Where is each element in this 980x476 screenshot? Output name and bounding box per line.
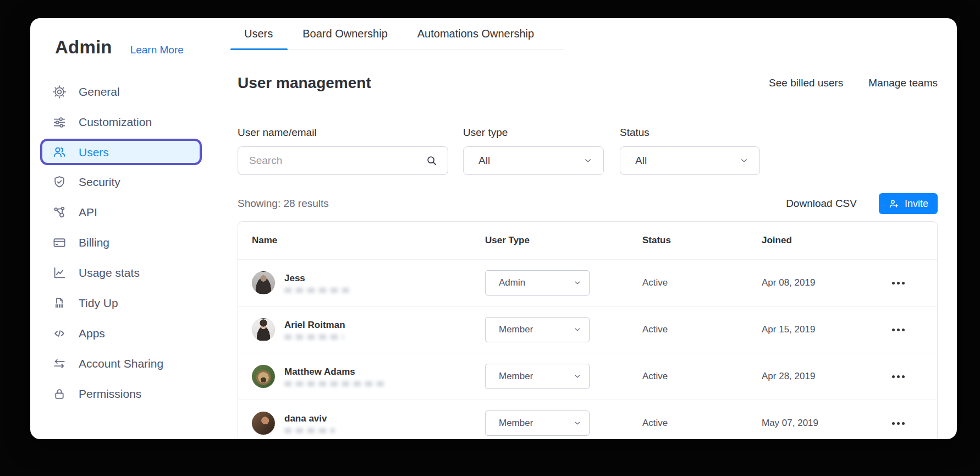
content: User management See billed users Manage … [230,74,938,439]
row-menu-button[interactable] [891,278,906,288]
table-row: dana aviv Member Active [238,400,937,439]
search-input[interactable] [238,155,426,167]
row-menu-button[interactable] [891,372,906,381]
credit-card-icon [52,236,67,250]
sidebar: Admin Learn More General [40,29,222,409]
tab-bar: Users Board Ownership Automations Owners… [230,18,564,50]
sidebar-item-label: Users [79,146,109,158]
filter-status: Status All [620,127,760,175]
status-cell: Active [642,418,762,429]
joined-cell: May 07, 2019 [762,418,937,429]
table-row: Ariel Roitman Member Active [238,306,937,353]
user-type-value: Member [499,371,533,382]
name-cell: Jess [238,271,485,294]
table-row: Matthew Adams Member Active [238,353,937,400]
user-name: Jess [284,273,349,284]
chevron-down-icon [574,326,581,333]
column-header-status: Status [642,235,762,246]
sidebar-item-label: Customization [79,116,152,128]
people-icon [52,145,67,159]
shield-check-icon [52,175,67,189]
joined-date: Apr 15, 2019 [762,324,815,335]
user-type-value: Admin [499,277,525,288]
status-cell: Active [642,277,762,288]
download-csv-link[interactable]: Download CSV [786,198,857,210]
column-header-user-type: User Type [485,235,642,246]
avatar [252,271,275,294]
filters: User name/email User type All [238,127,938,175]
table-header: Name User Type Status Joined [238,222,937,259]
status-value: All [635,155,647,167]
email-redacted [284,288,349,293]
sidebar-menu: General Customization [40,76,222,409]
user-type-value: Member [499,418,533,429]
sidebar-item-apps[interactable]: Apps [40,318,222,348]
page-header: User management See billed users Manage … [238,74,938,92]
joined-cell: Apr 28, 2019 [762,371,937,382]
gear-icon [52,85,67,99]
manage-teams-link[interactable]: Manage teams [868,77,938,89]
joined-cell: Apr 08, 2019 [762,277,937,288]
sidebar-item-general[interactable]: General [40,76,222,107]
table-row: Jess Admin Active A [238,259,937,306]
filter-label: Status [620,127,760,139]
results-count: Showing: 28 results [238,198,329,210]
sidebar-item-usage-stats[interactable]: Usage stats [40,258,222,288]
learn-more-link[interactable]: Learn More [130,44,184,56]
chevron-down-icon [574,279,581,287]
main-area: Users Board Ownership Automations Owners… [230,18,945,439]
sidebar-item-billing[interactable]: Billing [40,227,222,258]
status-select[interactable]: All [620,146,760,175]
user-type-dropdown[interactable]: Admin [485,270,590,296]
user-type-select[interactable]: All [463,146,604,175]
user-info: dana aviv [284,413,335,433]
users-table: Name User Type Status Joined Jess [238,221,938,439]
status-cell: Active [642,371,762,382]
results-toolbar: Showing: 28 results Download CSV Invite [238,193,938,214]
tab-automations-ownership[interactable]: Automations Ownership [403,18,549,50]
sidebar-item-customization[interactable]: Customization [40,107,222,137]
user-type-value: All [478,155,490,167]
joined-cell: Apr 15, 2019 [762,324,937,335]
tab-users[interactable]: Users [230,18,288,50]
user-type-cell: Member [485,364,642,389]
row-menu-button[interactable] [891,325,906,335]
sidebar-item-api[interactable]: API [40,197,222,227]
network-nodes-icon [52,205,67,220]
name-cell: dana aviv [238,412,485,435]
chevron-down-icon [583,156,592,165]
sidebar-item-label: Account Sharing [79,358,163,369]
user-type-dropdown[interactable]: Member [485,364,590,389]
joined-date: Apr 28, 2019 [762,371,815,382]
sidebar-item-tidy-up[interactable]: Tidy Up [40,288,222,318]
line-chart-icon [52,266,67,280]
sidebar-item-users[interactable]: Users [40,139,202,165]
user-type-dropdown[interactable]: Member [485,411,590,436]
email-redacted [284,428,335,433]
row-menu-button[interactable] [891,419,906,428]
see-billed-users-link[interactable]: See billed users [769,77,843,89]
sidebar-item-label: Security [79,176,120,188]
sidebar-item-security[interactable]: Security [40,167,222,197]
sidebar-item-permissions[interactable]: Permissions [40,379,222,409]
admin-title: Admin [55,37,112,58]
sidebar-item-account-sharing[interactable]: Account Sharing [40,348,222,379]
filter-name-email: User name/email [238,127,448,175]
avatar [252,365,275,388]
chevron-down-icon [574,373,581,380]
sidebar-header: Admin Learn More [40,37,222,58]
header-links: See billed users Manage teams [769,77,938,89]
user-info: Ariel Roitman [284,320,345,340]
sidebar-item-label: Tidy Up [79,297,118,309]
user-type-dropdown[interactable]: Member [485,317,590,342]
column-header-joined: Joined [762,235,937,246]
invite-button[interactable]: Invite [879,193,938,214]
email-redacted [284,381,384,386]
avatar [252,412,275,435]
user-type-value: Member [499,324,533,335]
user-type-cell: Admin [485,270,642,296]
search-field [238,146,448,175]
tab-board-ownership[interactable]: Board Ownership [288,18,403,50]
shredder-icon [52,296,67,310]
sidebar-item-label: General [79,86,120,97]
